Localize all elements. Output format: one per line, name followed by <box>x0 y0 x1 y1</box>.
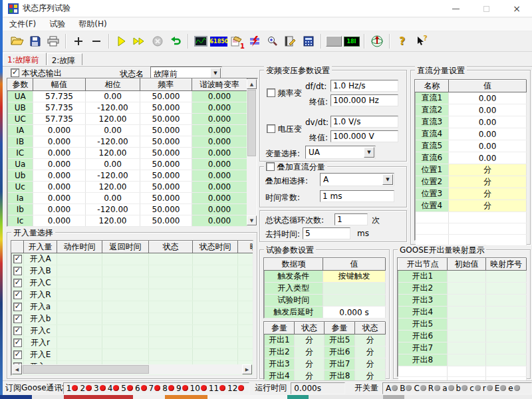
param-amplitude-cell[interactable]: 57.735 <box>33 102 86 114</box>
dvdt-input[interactable]: 1.0 V/s <box>331 116 398 128</box>
do-state-cell[interactable]: 分 <box>295 346 325 358</box>
di-checkbox-cell[interactable] <box>12 253 24 265</box>
dfdt-input[interactable]: 1.0 Hz/s <box>331 80 398 92</box>
test-param-value-cell[interactable]: 按键触发 <box>323 271 386 283</box>
param-frequency-cell[interactable]: 50.000 <box>140 114 192 125</box>
di-row-checkbox[interactable] <box>13 315 22 323</box>
param-amplitude-cell[interactable]: 0.000 <box>33 204 86 215</box>
volt-change-checkbox[interactable] <box>267 124 275 133</box>
param-phase-cell[interactable]: 0.00 <box>86 159 140 170</box>
di-checkbox-cell[interactable] <box>12 277 24 289</box>
param-frequency-cell[interactable]: 50.000 <box>140 102 192 114</box>
param-amplitude-cell[interactable]: 0.000 <box>33 215 86 227</box>
zoom-in-button[interactable] <box>263 33 281 50</box>
do-state-cell[interactable]: 分 <box>355 334 386 346</box>
param-thd-cell[interactable]: 0.000 <box>192 125 247 136</box>
param-thd-cell[interactable]: 0.000 <box>192 182 247 193</box>
param-thd-cell[interactable]: 0.000 <box>192 170 247 182</box>
undo-button[interactable] <box>166 33 184 50</box>
goose-init-cell[interactable] <box>448 342 486 354</box>
param-amplitude-cell[interactable]: 0.000 <box>33 148 86 159</box>
param-frequency-cell[interactable]: 50.000 <box>140 125 192 136</box>
param-amplitude-cell[interactable]: 0.000 <box>33 125 86 136</box>
time-constant-input[interactable]: 1 ms <box>320 190 394 202</box>
param-thd-cell[interactable]: 0.000 <box>192 114 247 125</box>
param-thd-cell[interactable]: 0.000 <box>192 91 247 102</box>
menu-item[interactable]: 帮助(H) <box>72 17 113 31</box>
param-amplitude-cell[interactable]: 57.735 <box>33 91 86 102</box>
goose-init-cell[interactable] <box>448 354 486 366</box>
di-row-checkbox[interactable] <box>13 327 22 335</box>
di-checkbox-cell[interactable] <box>12 289 24 301</box>
stop-button[interactable] <box>148 33 166 50</box>
param-phase-cell[interactable]: 120.00 <box>86 182 140 193</box>
test-param-value-cell[interactable] <box>323 283 386 295</box>
param-frequency-cell[interactable]: 50.000 <box>140 91 192 102</box>
param-frequency-cell[interactable]: 50.000 <box>140 148 192 159</box>
di-row-checkbox[interactable] <box>13 267 22 275</box>
goose-map-cell[interactable] <box>486 354 527 366</box>
param-thd-cell[interactable]: 0.000 <box>192 215 247 227</box>
dc-value-cell[interactable] <box>449 212 527 223</box>
maximize-button[interactable] <box>471 0 501 17</box>
save-button[interactable] <box>26 33 44 50</box>
help-button[interactable]: ? <box>393 33 411 50</box>
dc-value-cell[interactable] <box>449 235 527 246</box>
do-state-cell[interactable]: 分 <box>355 358 386 370</box>
di-checkbox-cell[interactable] <box>12 325 24 337</box>
param-amplitude-cell[interactable]: 0.000 <box>33 159 86 170</box>
blank-display-button[interactable] <box>325 33 342 50</box>
param-amplitude-cell[interactable]: 0.000 <box>33 170 86 182</box>
goose-map-cell[interactable] <box>486 307 527 319</box>
di-row-checkbox[interactable] <box>13 350 22 359</box>
param-amplitude-cell[interactable]: 0.000 <box>33 193 86 204</box>
state-output-checkbox[interactable] <box>11 68 19 77</box>
add-state-button[interactable] <box>69 33 87 50</box>
goose-map-cell[interactable] <box>486 295 527 307</box>
param-thd-cell[interactable]: 0.000 <box>192 136 247 148</box>
do-state-cell[interactable]: 分 <box>355 346 386 358</box>
param-amplitude-cell[interactable]: 0.000 <box>33 136 86 148</box>
close-button[interactable]: × <box>501 0 532 17</box>
param-phase-cell[interactable]: 0.00 <box>86 125 140 136</box>
print-button[interactable] <box>44 33 62 50</box>
goose-init-cell[interactable] <box>448 319 486 331</box>
param-frequency-cell[interactable]: 50.000 <box>140 204 192 215</box>
di-table-hscrollbar[interactable] <box>12 364 252 374</box>
param-phase-cell[interactable]: 120.00 <box>86 148 140 159</box>
di-checkbox-cell[interactable] <box>12 313 24 325</box>
dc-value-cell[interactable]: 0.00 <box>449 140 527 152</box>
param-phase-cell[interactable]: 0.00 <box>86 91 140 102</box>
param-phase-cell[interactable]: 120.00 <box>86 215 140 227</box>
title-bar[interactable]: 状态序列试验 × <box>3 0 532 17</box>
test-param-value-cell[interactable] <box>323 295 386 307</box>
param-thd-cell[interactable]: 0.000 <box>192 204 247 215</box>
dc-value-cell[interactable]: 0.00 <box>449 152 527 164</box>
goose-map-cell[interactable] <box>486 366 527 377</box>
goose-init-cell[interactable] <box>448 271 486 283</box>
remove-state-button[interactable] <box>87 33 105 50</box>
scroll-left-icon[interactable] <box>12 364 22 374</box>
dc-value-cell[interactable]: 分 <box>449 200 527 212</box>
param-phase-cell[interactable]: 0.00 <box>86 193 140 204</box>
report-note-button[interactable]: 1 <box>227 33 245 50</box>
di-row-checkbox[interactable] <box>13 291 22 299</box>
superpose-phase-combobox[interactable]: A ▼ <box>320 173 394 186</box>
param-phase-cell[interactable]: -120.00 <box>86 170 140 182</box>
dc-value-cell[interactable]: 分 <box>449 176 527 188</box>
dc-value-cell[interactable]: 0.00 <box>449 92 527 104</box>
iec61850-button[interactable]: 61850 <box>209 33 227 50</box>
di-checkbox-cell[interactable] <box>12 301 24 313</box>
dc-value-cell[interactable] <box>449 223 527 235</box>
menu-item[interactable]: 文件(F) <box>3 17 43 31</box>
goose-init-cell[interactable] <box>448 283 486 295</box>
goose-init-cell[interactable] <box>448 307 486 319</box>
record-edit-button[interactable] <box>281 33 299 50</box>
param-frequency-cell[interactable]: 50.000 <box>140 159 192 170</box>
minimize-button[interactable] <box>440 0 471 17</box>
dc-value-cell[interactable]: 0.00 <box>449 116 527 128</box>
volt-final-input[interactable]: 100.000 V <box>331 130 398 142</box>
dc-value-cell[interactable]: 分 <box>449 188 527 200</box>
param-frequency-cell[interactable]: 50.000 <box>140 170 192 182</box>
di-18-display-button[interactable]: 18I <box>342 33 360 50</box>
